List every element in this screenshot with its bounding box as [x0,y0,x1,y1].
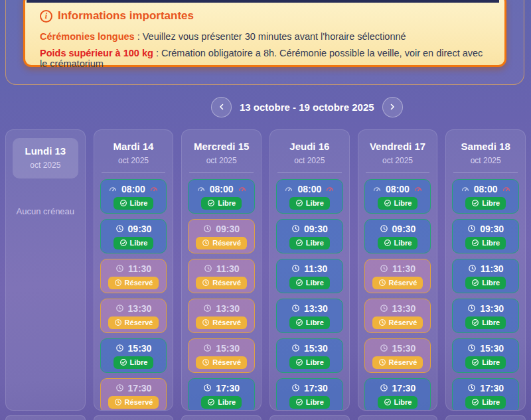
slot-time: 11:30 [216,263,240,274]
check-circle-icon [384,239,392,247]
clock-icon [378,279,386,287]
status-badge-libre: Libre [465,396,506,409]
slot-1130-libre[interactable]: 11:30Libre [452,259,519,293]
slot-0930-libre[interactable]: 09:30Libre [364,219,431,253]
slot-time: 13:30 [480,303,504,314]
clock-icon [115,344,124,352]
heavy-weight-gauge-icon [325,184,335,194]
day-column-samedi-18: Samedi 18oct 202508:00Libre09:30Libre11:… [445,129,526,411]
slot-1730-libre[interactable]: 17:30Libre [364,378,431,411]
slot-time-row: 09:30 [380,224,416,234]
banner-line-ceremonies: Cérémonies longues : Veuillez vous prése… [40,31,490,42]
slot-time: 11:30 [128,263,151,274]
slot-1730-libre[interactable]: 17:30Libre [276,378,343,411]
slot-time-row: 11:30 [468,263,504,274]
slot-time: 09:30 [216,224,240,234]
slot-time-row: 09:30 [203,224,240,234]
clock-icon [467,344,476,352]
status-label: Libre [482,199,500,207]
info-icon: i [40,10,52,23]
slot-0800-libre[interactable]: 08:00Libre [364,179,431,214]
status-badge-libre: Libre [289,356,330,369]
slot-1730-libre[interactable]: 17:30Libre [452,378,519,411]
weight-gauge-icon [108,184,117,194]
day-name: Lundi 13 [15,145,76,157]
status-label: Libre [482,398,500,406]
slot-time: 11:30 [481,263,504,274]
slot-1530-libre[interactable]: 15:30Libre [100,338,167,373]
no-slot-label: Aucun créneau [12,206,79,216]
status-badge-reserve: Réservé [108,396,159,409]
slot-time-row: 15:30 [115,343,152,354]
slot-time-row: 15:30 [291,343,328,354]
slot-0800-libre[interactable]: 08:00Libre [452,179,519,214]
slot-time: 11:30 [392,263,416,274]
slot-time-row: 13:30 [203,303,240,314]
slot-time-row: 08:00 [461,184,511,194]
check-circle-icon [207,398,215,406]
slot-1330-libre[interactable]: 13:30Libre [276,299,343,333]
slot-1730-libre[interactable]: 17:30Libre [188,378,255,411]
day-sub: oct 2025 [188,156,255,165]
slot-time: 13:30 [304,303,328,314]
status-badge-libre: Libre [201,396,242,409]
status-label: Libre [394,398,412,406]
day-header-box: Lundi 13oct 2025 [13,138,78,178]
day-sub: oct 2025 [100,156,167,165]
heavy-weight-gauge-icon [149,184,159,194]
slot-1330-libre[interactable]: 13:30Libre [452,299,519,333]
check-circle-icon [471,398,479,406]
clock-icon [291,304,300,313]
slot-time: 15:30 [304,343,328,354]
check-circle-icon [119,358,127,366]
info-outer-card: i Informations importantes Cérémonies lo… [5,0,524,85]
check-circle-icon [471,318,479,326]
slot-0800-libre[interactable]: 08:00Libre [276,179,343,214]
clock-icon [291,264,300,273]
slot-time-row: 17:30 [291,383,328,393]
slot-time-row: 17:30 [380,383,416,393]
slot-1530-libre[interactable]: 15:30Libre [276,338,343,373]
slot-0930-libre[interactable]: 09:30Libre [276,219,343,253]
slot-time: 08:00 [386,184,410,194]
status-badge-reserve: Réservé [196,237,247,249]
slot-1130-libre[interactable]: 11:30Libre [276,259,343,293]
slot-list: 08:00Libre09:30Libre11:30Libre13:30Libre… [452,179,519,411]
slot-time: 13:30 [128,303,152,314]
slot-time: 15:30 [216,343,240,354]
status-badge-reserve: Réservé [108,316,159,329]
previous-week-button[interactable] [211,97,232,117]
slot-time-row: 15:30 [467,343,504,354]
slot-time: 08:00 [297,184,321,194]
slot-1130-reserve: 11:30Réservé [100,259,167,293]
day-name: Vendredi 17 [364,141,431,152]
clock-icon [115,304,124,313]
status-badge-reserve: Réservé [196,277,247,289]
slot-time-row: 13:30 [291,303,328,314]
day-header-divider [277,173,342,173]
slot-0800-libre[interactable]: 08:00Libre [188,179,255,214]
week-navigation: 13 octobre - 19 octobre 2025 [211,96,403,118]
next-week-button[interactable] [382,97,403,117]
slot-time: 08:00 [474,184,498,194]
slot-0800-libre[interactable]: 08:00Libre [100,179,167,214]
clock-icon [204,264,212,273]
status-label: Libre [482,239,500,247]
clock-icon [203,304,212,313]
slot-time: 15:30 [480,343,504,354]
slot-0930-libre[interactable]: 09:30Libre [100,219,167,253]
status-badge-libre: Libre [114,356,154,369]
slot-time-row: 08:00 [372,184,423,194]
slot-time-row: 08:00 [284,184,335,194]
status-label: Libre [394,239,412,247]
slot-1530-libre[interactable]: 15:30Libre [452,338,519,373]
slot-time-row: 11:30 [115,263,151,274]
weight-gauge-icon [461,184,470,194]
slot-time-row: 13:30 [467,303,504,314]
slot-time-row: 09:30 [115,224,152,234]
slot-0930-libre[interactable]: 09:30Libre [452,219,519,253]
day-header-divider [102,173,166,173]
slot-1530-reserve: 15:30Réservé [188,338,255,373]
clock-icon [467,384,476,392]
slot-0930-reserve: 09:30Réservé [188,219,255,253]
